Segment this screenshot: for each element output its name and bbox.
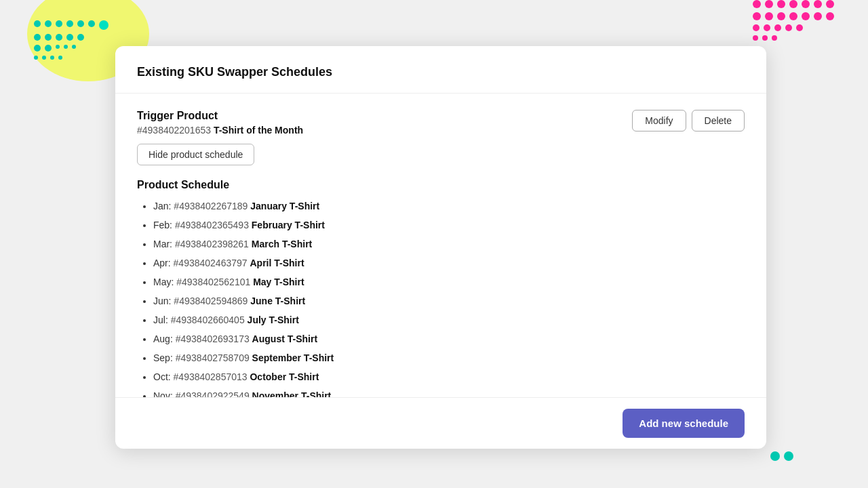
product-name: June T-Shirt: [250, 296, 305, 306]
month-label: Mar:: [153, 239, 175, 249]
sku-number: #4938402365493: [175, 220, 252, 230]
add-new-schedule-button[interactable]: Add new schedule: [623, 409, 745, 438]
modal-title: Existing SKU Swapper Schedules: [137, 65, 745, 79]
schedule-list-item: Jul: #4938402660405 July T-Shirt: [153, 313, 745, 327]
modal-footer: Add new schedule: [115, 397, 766, 449]
delete-button[interactable]: Delete: [692, 110, 745, 131]
product-name: May T-Shirt: [253, 277, 304, 287]
schedule-list-item: May: #4938402562101 May T-Shirt: [153, 275, 745, 289]
sku-number: #4938402463797: [174, 258, 250, 268]
hide-product-schedule-button[interactable]: Hide product schedule: [137, 144, 254, 165]
product-name: January T-Shirt: [250, 201, 319, 211]
trigger-sku-id: #4938402201653: [137, 125, 211, 136]
sku-number: #4938402693173: [176, 333, 252, 344]
decorative-dots-pink-right: [753, 0, 834, 41]
decorative-dots-teal-bottom-right: [770, 451, 793, 461]
product-name: April T-Shirt: [250, 258, 304, 268]
schedule-section-title: Product Schedule: [137, 179, 745, 191]
schedule-list-item: Jun: #4938402594869 June T-Shirt: [153, 294, 745, 308]
sku-number: #4938402922549: [176, 390, 252, 397]
product-name: February T-Shirt: [252, 220, 325, 230]
month-label: Jan:: [153, 201, 174, 211]
sku-number: #4938402267189: [174, 201, 250, 211]
modal-header: Existing SKU Swapper Schedules: [115, 46, 766, 94]
trigger-section-header: Trigger Product #4938402201653 T-Shirt o…: [137, 110, 745, 179]
product-name: March T-Shirt: [252, 239, 312, 249]
main-modal: Existing SKU Swapper Schedules Trigger P…: [115, 46, 766, 449]
sku-number: #4938402660405: [171, 314, 248, 325]
schedule-list: Jan: #4938402267189 January T-ShirtFeb: …: [137, 199, 745, 397]
sku-number: #4938402758709: [176, 352, 252, 363]
schedule-list-item: Nov: #4938402922549 November T-Shirt: [153, 389, 745, 397]
month-label: Sep:: [153, 352, 176, 363]
trigger-product-name: T-Shirt of the Month: [214, 125, 303, 136]
schedule-list-item: Aug: #4938402693173 August T-Shirt: [153, 332, 745, 346]
month-label: Feb:: [153, 220, 175, 230]
product-name: November T-Shirt: [252, 390, 332, 397]
schedule-list-item: Apr: #4938402463797 April T-Shirt: [153, 256, 745, 270]
product-name: July T-Shirt: [248, 314, 299, 325]
month-label: Apr:: [153, 258, 174, 268]
modify-button[interactable]: Modify: [632, 110, 686, 131]
schedule-list-item: Mar: #4938402398261 March T-Shirt: [153, 237, 745, 251]
schedule-list-item: Oct: #4938402857013 October T-Shirt: [153, 370, 745, 384]
sku-number: #4938402594869: [174, 296, 250, 306]
decorative-dots-teal-left: [34, 20, 108, 60]
month-label: May:: [153, 277, 176, 287]
sku-number: #4938402398261: [175, 239, 252, 249]
trigger-label: Trigger Product: [137, 110, 303, 122]
month-label: Oct:: [153, 371, 174, 382]
trigger-info: Trigger Product #4938402201653 T-Shirt o…: [137, 110, 303, 179]
sku-number: #4938402857013: [174, 371, 250, 382]
schedule-list-item: Feb: #4938402365493 February T-Shirt: [153, 218, 745, 232]
month-label: Nov:: [153, 390, 176, 397]
action-buttons: Modify Delete: [632, 110, 745, 131]
month-label: Jul:: [153, 314, 171, 325]
modal-body: Trigger Product #4938402201653 T-Shirt o…: [115, 94, 766, 397]
product-name: October T-Shirt: [250, 371, 319, 382]
schedule-list-item: Jan: #4938402267189 January T-Shirt: [153, 199, 745, 214]
product-name: September T-Shirt: [252, 352, 334, 363]
month-label: Jun:: [153, 296, 174, 306]
trigger-product-id: #4938402201653 T-Shirt of the Month: [137, 125, 303, 136]
sku-number: #4938402562101: [176, 277, 253, 287]
schedule-list-item: Sep: #4938402758709 September T-Shirt: [153, 351, 745, 365]
month-label: Aug:: [153, 333, 176, 344]
product-name: August T-Shirt: [252, 333, 317, 344]
